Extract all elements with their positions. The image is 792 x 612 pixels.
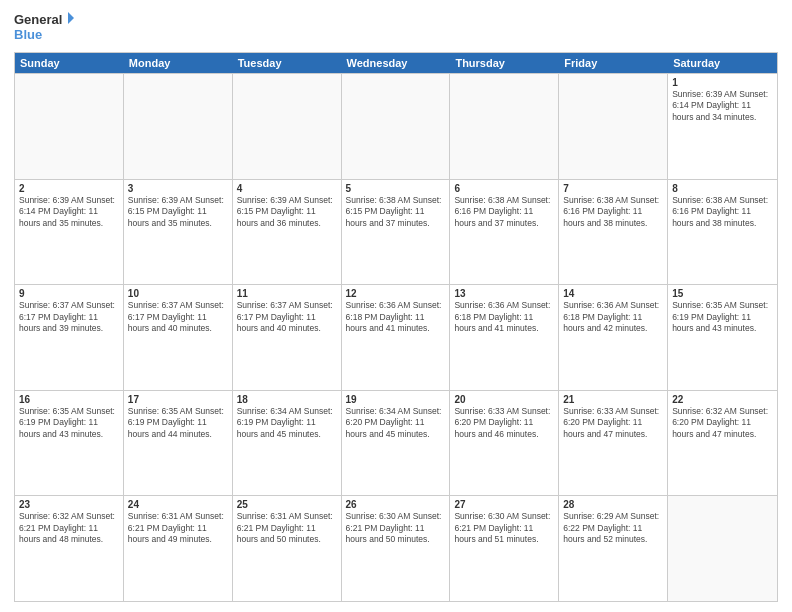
day-cell: 8Sunrise: 6:38 AM Sunset: 6:16 PM Daylig… <box>668 180 777 285</box>
day-number: 20 <box>454 394 554 405</box>
day-cell: 14Sunrise: 6:36 AM Sunset: 6:18 PM Dayli… <box>559 285 668 390</box>
day-cell: 12Sunrise: 6:36 AM Sunset: 6:18 PM Dayli… <box>342 285 451 390</box>
day-info: Sunrise: 6:37 AM Sunset: 6:17 PM Dayligh… <box>237 300 337 334</box>
day-info: Sunrise: 6:39 AM Sunset: 6:15 PM Dayligh… <box>128 195 228 229</box>
day-cell: 11Sunrise: 6:37 AM Sunset: 6:17 PM Dayli… <box>233 285 342 390</box>
day-info: Sunrise: 6:38 AM Sunset: 6:16 PM Dayligh… <box>563 195 663 229</box>
calendar: SundayMondayTuesdayWednesdayThursdayFrid… <box>14 52 778 602</box>
day-info: Sunrise: 6:35 AM Sunset: 6:19 PM Dayligh… <box>672 300 773 334</box>
day-cell: 28Sunrise: 6:29 AM Sunset: 6:22 PM Dayli… <box>559 496 668 601</box>
day-header-saturday: Saturday <box>668 53 777 73</box>
day-cell: 10Sunrise: 6:37 AM Sunset: 6:17 PM Dayli… <box>124 285 233 390</box>
day-number: 21 <box>563 394 663 405</box>
day-cell: 17Sunrise: 6:35 AM Sunset: 6:19 PM Dayli… <box>124 391 233 496</box>
day-info: Sunrise: 6:36 AM Sunset: 6:18 PM Dayligh… <box>563 300 663 334</box>
day-info: Sunrise: 6:33 AM Sunset: 6:20 PM Dayligh… <box>563 406 663 440</box>
day-number: 4 <box>237 183 337 194</box>
svg-text:General: General <box>14 12 62 27</box>
week-row-1: 2Sunrise: 6:39 AM Sunset: 6:14 PM Daylig… <box>15 179 777 285</box>
day-number: 3 <box>128 183 228 194</box>
day-info: Sunrise: 6:35 AM Sunset: 6:19 PM Dayligh… <box>128 406 228 440</box>
day-info: Sunrise: 6:30 AM Sunset: 6:21 PM Dayligh… <box>454 511 554 545</box>
day-number: 14 <box>563 288 663 299</box>
day-cell: 13Sunrise: 6:36 AM Sunset: 6:18 PM Dayli… <box>450 285 559 390</box>
day-cell: 15Sunrise: 6:35 AM Sunset: 6:19 PM Dayli… <box>668 285 777 390</box>
day-info: Sunrise: 6:38 AM Sunset: 6:15 PM Dayligh… <box>346 195 446 229</box>
day-cell: 6Sunrise: 6:38 AM Sunset: 6:16 PM Daylig… <box>450 180 559 285</box>
week-row-3: 16Sunrise: 6:35 AM Sunset: 6:19 PM Dayli… <box>15 390 777 496</box>
day-number: 5 <box>346 183 446 194</box>
svg-text:Blue: Blue <box>14 27 42 42</box>
day-number: 23 <box>19 499 119 510</box>
day-number: 6 <box>454 183 554 194</box>
logo-svg: General Blue <box>14 10 74 46</box>
day-info: Sunrise: 6:31 AM Sunset: 6:21 PM Dayligh… <box>128 511 228 545</box>
day-cell: 20Sunrise: 6:33 AM Sunset: 6:20 PM Dayli… <box>450 391 559 496</box>
day-info: Sunrise: 6:38 AM Sunset: 6:16 PM Dayligh… <box>454 195 554 229</box>
day-cell <box>124 74 233 179</box>
day-info: Sunrise: 6:33 AM Sunset: 6:20 PM Dayligh… <box>454 406 554 440</box>
day-number: 22 <box>672 394 773 405</box>
week-row-2: 9Sunrise: 6:37 AM Sunset: 6:17 PM Daylig… <box>15 284 777 390</box>
day-cell: 27Sunrise: 6:30 AM Sunset: 6:21 PM Dayli… <box>450 496 559 601</box>
day-number: 16 <box>19 394 119 405</box>
day-info: Sunrise: 6:35 AM Sunset: 6:19 PM Dayligh… <box>19 406 119 440</box>
day-info: Sunrise: 6:29 AM Sunset: 6:22 PM Dayligh… <box>563 511 663 545</box>
day-info: Sunrise: 6:36 AM Sunset: 6:18 PM Dayligh… <box>346 300 446 334</box>
day-info: Sunrise: 6:30 AM Sunset: 6:21 PM Dayligh… <box>346 511 446 545</box>
day-cell: 21Sunrise: 6:33 AM Sunset: 6:20 PM Dayli… <box>559 391 668 496</box>
day-number: 9 <box>19 288 119 299</box>
svg-marker-2 <box>68 12 74 24</box>
day-number: 10 <box>128 288 228 299</box>
day-cell: 26Sunrise: 6:30 AM Sunset: 6:21 PM Dayli… <box>342 496 451 601</box>
day-number: 11 <box>237 288 337 299</box>
day-header-wednesday: Wednesday <box>342 53 451 73</box>
day-cell <box>233 74 342 179</box>
day-cell: 4Sunrise: 6:39 AM Sunset: 6:15 PM Daylig… <box>233 180 342 285</box>
day-info: Sunrise: 6:39 AM Sunset: 6:15 PM Dayligh… <box>237 195 337 229</box>
day-header-monday: Monday <box>124 53 233 73</box>
week-row-0: 1Sunrise: 6:39 AM Sunset: 6:14 PM Daylig… <box>15 73 777 179</box>
day-cell <box>668 496 777 601</box>
day-cell: 22Sunrise: 6:32 AM Sunset: 6:20 PM Dayli… <box>668 391 777 496</box>
day-number: 17 <box>128 394 228 405</box>
day-cell: 19Sunrise: 6:34 AM Sunset: 6:20 PM Dayli… <box>342 391 451 496</box>
day-number: 12 <box>346 288 446 299</box>
day-number: 28 <box>563 499 663 510</box>
day-cell: 2Sunrise: 6:39 AM Sunset: 6:14 PM Daylig… <box>15 180 124 285</box>
day-cell: 7Sunrise: 6:38 AM Sunset: 6:16 PM Daylig… <box>559 180 668 285</box>
day-info: Sunrise: 6:37 AM Sunset: 6:17 PM Dayligh… <box>128 300 228 334</box>
day-number: 2 <box>19 183 119 194</box>
day-header-friday: Friday <box>559 53 668 73</box>
day-cell <box>450 74 559 179</box>
day-cell <box>15 74 124 179</box>
day-number: 8 <box>672 183 773 194</box>
day-headers: SundayMondayTuesdayWednesdayThursdayFrid… <box>15 53 777 73</box>
day-info: Sunrise: 6:38 AM Sunset: 6:16 PM Dayligh… <box>672 195 773 229</box>
day-cell: 24Sunrise: 6:31 AM Sunset: 6:21 PM Dayli… <box>124 496 233 601</box>
day-cell <box>342 74 451 179</box>
day-number: 26 <box>346 499 446 510</box>
day-info: Sunrise: 6:32 AM Sunset: 6:20 PM Dayligh… <box>672 406 773 440</box>
day-info: Sunrise: 6:39 AM Sunset: 6:14 PM Dayligh… <box>672 89 773 123</box>
day-number: 15 <box>672 288 773 299</box>
logo: General Blue <box>14 10 74 46</box>
day-header-tuesday: Tuesday <box>233 53 342 73</box>
day-cell: 16Sunrise: 6:35 AM Sunset: 6:19 PM Dayli… <box>15 391 124 496</box>
day-cell: 5Sunrise: 6:38 AM Sunset: 6:15 PM Daylig… <box>342 180 451 285</box>
day-info: Sunrise: 6:37 AM Sunset: 6:17 PM Dayligh… <box>19 300 119 334</box>
weeks: 1Sunrise: 6:39 AM Sunset: 6:14 PM Daylig… <box>15 73 777 601</box>
day-info: Sunrise: 6:39 AM Sunset: 6:14 PM Dayligh… <box>19 195 119 229</box>
day-cell: 23Sunrise: 6:32 AM Sunset: 6:21 PM Dayli… <box>15 496 124 601</box>
day-info: Sunrise: 6:34 AM Sunset: 6:19 PM Dayligh… <box>237 406 337 440</box>
day-number: 13 <box>454 288 554 299</box>
day-cell <box>559 74 668 179</box>
day-info: Sunrise: 6:32 AM Sunset: 6:21 PM Dayligh… <box>19 511 119 545</box>
day-cell: 18Sunrise: 6:34 AM Sunset: 6:19 PM Dayli… <box>233 391 342 496</box>
day-cell: 3Sunrise: 6:39 AM Sunset: 6:15 PM Daylig… <box>124 180 233 285</box>
day-cell: 1Sunrise: 6:39 AM Sunset: 6:14 PM Daylig… <box>668 74 777 179</box>
header: General Blue <box>14 10 778 46</box>
week-row-4: 23Sunrise: 6:32 AM Sunset: 6:21 PM Dayli… <box>15 495 777 601</box>
day-header-thursday: Thursday <box>450 53 559 73</box>
day-cell: 9Sunrise: 6:37 AM Sunset: 6:17 PM Daylig… <box>15 285 124 390</box>
